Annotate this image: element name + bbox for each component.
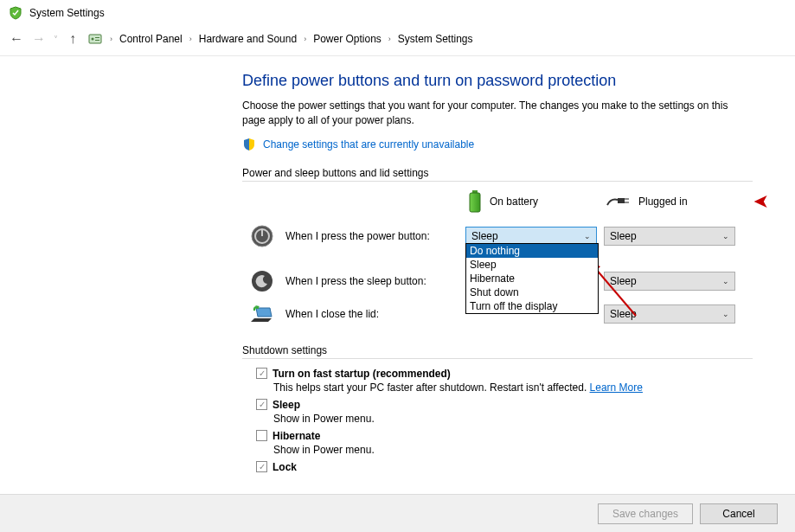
svg-line-14 bbox=[595, 268, 636, 316]
svg-rect-5 bbox=[470, 193, 480, 212]
back-button[interactable]: ← bbox=[9, 31, 24, 47]
chevron-right-icon[interactable]: › bbox=[110, 35, 112, 43]
checkbox-label: Hibernate bbox=[272, 430, 320, 442]
main-content: Define power buttons and turn on passwor… bbox=[0, 56, 787, 473]
col-plugged-in: Plugged in bbox=[606, 195, 744, 208]
footer: Save changes Cancel bbox=[0, 494, 795, 532]
power-plugged-dropdown[interactable]: Sleep ⌄ bbox=[604, 227, 735, 246]
shutdown-list: ✓ Turn on fast startup (recommended) Thi… bbox=[242, 368, 753, 473]
dropdown-option[interactable]: Turn off the display bbox=[466, 299, 598, 313]
history-dropdown-icon[interactable]: ˅ bbox=[54, 35, 58, 44]
svg-rect-0 bbox=[89, 35, 101, 43]
dropdown-option[interactable]: Sleep bbox=[466, 258, 598, 272]
dropdown-option[interactable]: Shut down bbox=[466, 285, 598, 299]
checkbox[interactable] bbox=[256, 430, 267, 441]
row-power-button: When I press the power button: Sleep ⌄ S… bbox=[242, 225, 753, 247]
chevron-right-icon[interactable]: › bbox=[189, 35, 192, 43]
dropdown-option[interactable]: Do nothing bbox=[466, 244, 598, 258]
section-shutdown-title: Shutdown settings bbox=[242, 344, 753, 356]
nav-toolbar: ← → ˅ ↑ › Control Panel › Hardware and S… bbox=[0, 26, 795, 56]
shutdown-section: Shutdown settings ✓ Turn on fast startup… bbox=[242, 344, 753, 473]
battery-icon bbox=[467, 190, 483, 213]
chevron-down-icon: ⌄ bbox=[722, 232, 729, 240]
annotation-arrow-icon: ➤ bbox=[753, 190, 769, 213]
chevron-right-icon[interactable]: › bbox=[388, 35, 391, 43]
col-plugged-label: Plugged in bbox=[638, 195, 688, 208]
change-settings-link[interactable]: Change settings that are currently unava… bbox=[263, 138, 474, 151]
save-button: Save changes bbox=[598, 503, 693, 524]
checkbox-label: Lock bbox=[272, 461, 297, 473]
row-power-label: When I press the power button: bbox=[285, 230, 430, 242]
checkbox-sleep: ✓ Sleep Show in Power menu. bbox=[256, 399, 753, 425]
breadcrumb-hardware-sound[interactable]: Hardware and Sound bbox=[199, 33, 297, 45]
sleep-icon bbox=[251, 270, 275, 292]
row-lid-label: When I close the lid: bbox=[285, 308, 379, 320]
plug-icon bbox=[606, 195, 632, 208]
forward-button: → bbox=[31, 31, 47, 47]
section-divider bbox=[242, 358, 753, 359]
control-panel-icon bbox=[87, 31, 103, 47]
learn-more-link[interactable]: Learn More bbox=[590, 381, 643, 394]
column-headers: On battery Plugged in bbox=[242, 190, 753, 213]
up-button[interactable]: ↑ bbox=[65, 31, 80, 47]
section-divider bbox=[242, 181, 753, 182]
page-description: Choose the power settings that you want … bbox=[242, 99, 753, 129]
dropdown-option[interactable]: Hibernate bbox=[466, 272, 598, 285]
svg-rect-3 bbox=[95, 40, 99, 41]
section-power-sleep-title: Power and sleep buttons and lid settings bbox=[242, 167, 753, 179]
power-icon bbox=[251, 225, 275, 247]
dropdown-listbox[interactable]: Do nothing Sleep Hibernate Shut down Tur… bbox=[465, 243, 599, 314]
chevron-right-icon[interactable]: › bbox=[304, 35, 306, 43]
col-battery-label: On battery bbox=[490, 195, 538, 208]
checkbox[interactable]: ✓ bbox=[256, 461, 267, 472]
cancel-button[interactable]: Cancel bbox=[700, 503, 778, 524]
lid-icon bbox=[251, 304, 275, 324]
row-sleep-label-group: When I press the sleep button: bbox=[251, 270, 465, 292]
checkbox-subtext: This helps start your PC faster after sh… bbox=[256, 381, 753, 394]
checkbox[interactable]: ✓ bbox=[256, 368, 267, 379]
checkbox[interactable]: ✓ bbox=[256, 399, 267, 410]
svg-rect-2 bbox=[95, 37, 99, 38]
power-plugged-value: Sleep bbox=[610, 230, 637, 242]
svg-point-1 bbox=[92, 38, 94, 41]
chevron-down-icon: ⌄ bbox=[584, 232, 591, 240]
title-bar: System Settings bbox=[0, 0, 795, 26]
checkbox-lock: ✓ Lock bbox=[256, 461, 753, 473]
chevron-down-icon: ⌄ bbox=[722, 277, 729, 285]
breadcrumb-system-settings[interactable]: System Settings bbox=[398, 33, 473, 45]
checkbox-label: Sleep bbox=[272, 399, 300, 411]
admin-link-row: Change settings that are currently unava… bbox=[242, 138, 753, 151]
row-power-label-group: When I press the power button: bbox=[251, 225, 465, 247]
row-lid-label-group: When I close the lid: bbox=[251, 304, 465, 324]
checkbox-hibernate: Hibernate Show in Power menu. bbox=[256, 430, 753, 456]
chevron-down-icon: ⌄ bbox=[722, 310, 729, 318]
row-sleep-label: When I press the sleep button: bbox=[285, 275, 426, 287]
checkbox-label: Turn on fast startup (recommended) bbox=[272, 368, 451, 380]
breadcrumb: › Control Panel › Hardware and Sound › P… bbox=[110, 33, 473, 45]
checkbox-subtext: Show in Power menu. bbox=[256, 413, 753, 425]
col-on-battery: On battery bbox=[467, 190, 606, 213]
uac-shield-icon bbox=[242, 138, 256, 151]
window-title: System Settings bbox=[29, 7, 105, 19]
checkbox-fast-startup: ✓ Turn on fast startup (recommended) Thi… bbox=[256, 368, 753, 394]
checkbox-subtext: Show in Power menu. bbox=[256, 444, 753, 456]
power-battery-value: Sleep bbox=[471, 230, 498, 242]
breadcrumb-control-panel[interactable]: Control Panel bbox=[119, 33, 183, 45]
breadcrumb-power-options[interactable]: Power Options bbox=[313, 33, 381, 45]
shield-icon bbox=[9, 6, 22, 20]
page-heading: Define power buttons and turn on passwor… bbox=[242, 72, 753, 90]
